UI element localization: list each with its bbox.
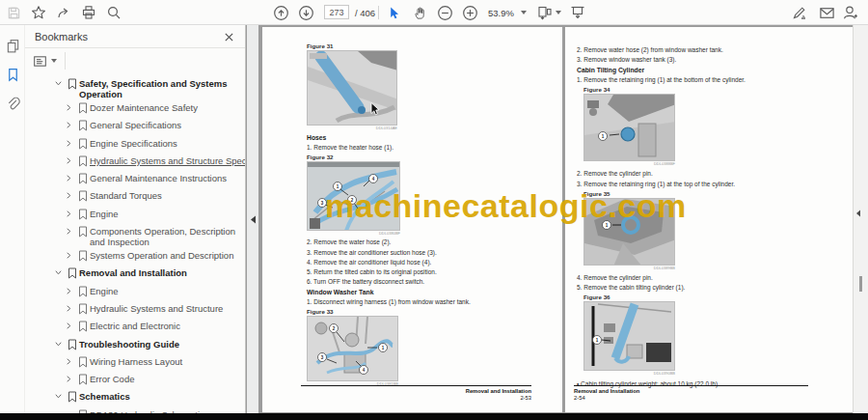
chevron-right-icon[interactable]: [63, 250, 75, 260]
page-fit-button[interactable]: [536, 4, 554, 21]
print-button[interactable]: [80, 4, 97, 21]
step-line: 1. Remove the heater hose (1).: [307, 144, 535, 151]
paperclip-icon: [6, 97, 20, 111]
zoom-level-value[interactable]: 53.9%: [488, 8, 514, 18]
figure-34-illustration: 1: [584, 95, 675, 161]
chevron-right-icon[interactable]: [63, 226, 75, 236]
bookmark-item-ri-engine[interactable]: Engine: [25, 283, 245, 300]
chevron-down-icon: [51, 59, 57, 63]
chevron-down-icon[interactable]: [52, 339, 65, 349]
chevron-right-icon[interactable]: [63, 155, 75, 165]
step-line: 4. Remove the cylinder pin.: [577, 274, 839, 281]
figure-36-label: Figure 36: [583, 294, 839, 300]
toolbar-divider: [378, 6, 379, 19]
hoses-heading: Hoses: [307, 134, 535, 141]
chevron-right-icon[interactable]: [63, 190, 75, 200]
bookmark-item-wiring-harness[interactable]: Wiring Harness Layout: [25, 353, 245, 371]
figure-31-image: [307, 50, 397, 126]
bookmark-item-electric-electronic[interactable]: Electric and Electronic: [25, 318, 245, 335]
email-button[interactable]: [818, 4, 835, 21]
bookmark-icon: [78, 102, 88, 114]
chevron-down-icon: [521, 11, 527, 14]
arrow-up-circle-icon: [273, 5, 289, 21]
favorite-button[interactable]: [30, 4, 47, 21]
pan-tool-button[interactable]: [411, 4, 428, 21]
zoom-in-button[interactable]: [461, 4, 478, 21]
zoom-out-button[interactable]: [436, 4, 453, 21]
chevron-right-icon[interactable]: [63, 321, 75, 330]
bookmarks-panel-button[interactable]: [4, 66, 21, 83]
step-line: 2. Remove water hose (2) from window was…: [577, 46, 839, 53]
arrow-down-circle-icon: [298, 5, 314, 21]
panel-title: Bookmarks: [35, 31, 88, 42]
bookmark-item-components-operation[interactable]: Components Operation, Description and In…: [25, 223, 245, 247]
attachments-panel-button[interactable]: [4, 95, 21, 112]
bookmark-item-standard-torques[interactable]: Standard Torques: [25, 187, 245, 205]
pen-sign-icon: [792, 5, 807, 20]
bookmark-options-button[interactable]: [33, 54, 57, 69]
bookmark-item-dd130-schematic[interactable]: DD130 Hydraulic Schematic: [25, 406, 245, 413]
figure-32-code: DDL0380BF: [307, 231, 400, 236]
bookmark-item-error-code[interactable]: Error Code: [25, 371, 245, 388]
bookmark-item-hydraulic-specifications[interactable]: Hydraulic Systems and Structure Specific…: [25, 153, 245, 170]
left-gutter: [247, 25, 258, 413]
chevron-right-icon[interactable]: [63, 286, 75, 295]
bookmark-label: Engine: [90, 209, 245, 219]
footer-page-number: 2-53: [301, 395, 531, 402]
bookmark-item-general-maintenance[interactable]: General Maintenance Instructions: [25, 170, 245, 187]
chevron-right-icon[interactable]: [63, 356, 75, 366]
bookmark-label: Safety, Specification and Systems Operat…: [79, 78, 245, 99]
bookmark-item-general-specifications[interactable]: General Specifications: [25, 117, 245, 134]
bookmarks-panel-header: Bookmarks: [25, 25, 245, 48]
bookmark-item-safety-specification[interactable]: Safety, Specification and Systems Operat…: [25, 75, 245, 99]
chevron-right-icon[interactable]: [63, 374, 75, 383]
next-page-button[interactable]: [297, 4, 314, 21]
bookmark-item-schematics[interactable]: Schematics: [25, 388, 245, 406]
page-total-label: / 406: [355, 8, 375, 18]
print-icon: [81, 5, 96, 20]
thumbnails-panel-button[interactable]: [4, 37, 21, 54]
previous-page-arrow[interactable]: [249, 214, 257, 224]
scrollbar-thumb[interactable]: [859, 276, 862, 292]
chevron-down-icon[interactable]: [52, 267, 65, 277]
close-panel-button[interactable]: [223, 31, 235, 43]
bookmark-item-removal-installation[interactable]: Removal and Installation: [25, 265, 245, 282]
sign-button[interactable]: [791, 4, 808, 21]
chevron-right-icon[interactable]: [63, 209, 75, 218]
bookmark-item-troubleshooting-guide[interactable]: Troubleshooting Guide: [25, 336, 245, 353]
chevron-right-icon[interactable]: [63, 120, 75, 129]
chevron-right-icon[interactable]: [63, 102, 75, 112]
bookmark-item-dozer-maintenance-safety[interactable]: Dozer Maintenance Safety: [25, 99, 245, 117]
zoom-level-dropdown[interactable]: [519, 4, 529, 21]
select-tool-button[interactable]: [385, 4, 402, 21]
bookmark-icon: [68, 391, 77, 403]
plus-circle-icon: [462, 5, 478, 21]
bookmark-item-ri-hydraulic[interactable]: Hydraulic Systems and Structure: [25, 300, 245, 318]
share-button[interactable]: [55, 4, 72, 21]
bookmark-icon: [78, 250, 88, 262]
search-button[interactable]: [105, 4, 122, 21]
figure-31-label: Figure 31: [307, 42, 535, 49]
step-line: 1. Disconnect wiring harness (1) from wi…: [307, 298, 535, 305]
chevron-right-icon[interactable]: [63, 138, 75, 148]
vertical-scrollbar[interactable]: [853, 25, 868, 413]
page-nav-arrow-right[interactable]: [854, 209, 862, 218]
bookmark-item-systems-operation[interactable]: Systems Operation and Description: [25, 247, 245, 265]
chevron-right-icon[interactable]: [63, 303, 75, 313]
page-number-input[interactable]: [324, 5, 349, 19]
chevron-down-icon[interactable]: [52, 391, 65, 401]
save-button[interactable]: [5, 4, 22, 21]
account-button[interactable]: [841, 4, 858, 21]
chevron-down-icon[interactable]: [52, 78, 65, 88]
bookmark-item-engine-specifications[interactable]: Engine Specifications: [25, 135, 245, 153]
bookmark-item-engine[interactable]: Engine: [25, 206, 245, 223]
search-icon: [106, 5, 122, 20]
chevron-down-icon: [556, 11, 561, 14]
bookmark-label: Standard Torques: [90, 190, 245, 201]
page-fit-dropdown[interactable]: [554, 4, 563, 21]
chevron-right-icon[interactable]: [63, 173, 75, 182]
bookmark-icon: [78, 190, 88, 202]
previous-page-button[interactable]: [272, 4, 289, 21]
figure-34-image: 1: [583, 94, 675, 161]
presentation-button[interactable]: [569, 4, 586, 21]
